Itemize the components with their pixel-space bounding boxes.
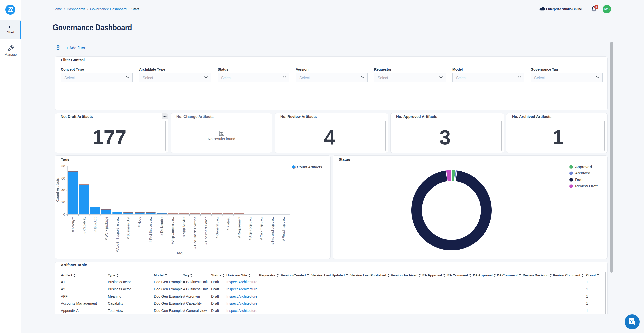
svg-text:# App Context view: # App Context view: [171, 217, 175, 244]
svg-text:# Add-in Supporting view: # Add-in Supporting view: [116, 217, 119, 252]
svg-text:?: ?: [630, 319, 633, 324]
svg-text:# App Service: # App Service: [182, 217, 186, 237]
svg-text:0: 0: [63, 213, 65, 216]
svg-text:# Deliverable: # Deliverable: [160, 217, 164, 236]
svg-text:Review Draft: Review Draft: [575, 184, 598, 188]
svg-text:Tag: Tag: [176, 251, 183, 255]
svg-text:# Imp and dep view: # Imp and dep view: [271, 217, 274, 245]
svg-text:Count Artifacts: Count Artifacts: [297, 165, 322, 169]
svg-text:# Work package: # Work package: [104, 217, 108, 240]
svg-text:# Bus App: # Bus App: [93, 217, 97, 232]
svg-text:# App coop view: # App coop view: [248, 217, 252, 240]
svg-text:# Cap map view: # Cap map view: [259, 217, 263, 240]
svg-text:Approved: Approved: [575, 165, 592, 169]
svg-text:60: 60: [61, 176, 65, 180]
svg-text:Draft: Draft: [575, 177, 584, 182]
svg-text:# Doc Coach Override: # Doc Coach Override: [193, 217, 197, 249]
svg-text:# Capability: # Capability: [82, 217, 86, 233]
svg-text:# Node: # Node: [138, 217, 141, 227]
svg-text:# Roadmap view: # Roadmap view: [282, 217, 285, 241]
svg-text:# Document Coach: # Document Coach: [204, 217, 208, 244]
svg-text:Archived: Archived: [575, 171, 590, 175]
svg-text:# Business Unit: # Business Unit: [126, 217, 130, 239]
svg-text:80: 80: [61, 164, 65, 168]
svg-text:# Acronym: # Acronym: [71, 217, 75, 232]
svg-text:# Proj Scope view: # Proj Scope view: [149, 217, 152, 242]
svg-text:Count Artifacts: Count Artifacts: [56, 178, 60, 202]
svg-text:20: 20: [61, 200, 65, 204]
svg-text:# Requirement: # Requirement: [237, 217, 241, 238]
svg-text:40: 40: [61, 188, 65, 192]
svg-text:# Plateau: # Plateau: [226, 217, 230, 230]
svg-text:# General view: # General view: [215, 217, 219, 238]
